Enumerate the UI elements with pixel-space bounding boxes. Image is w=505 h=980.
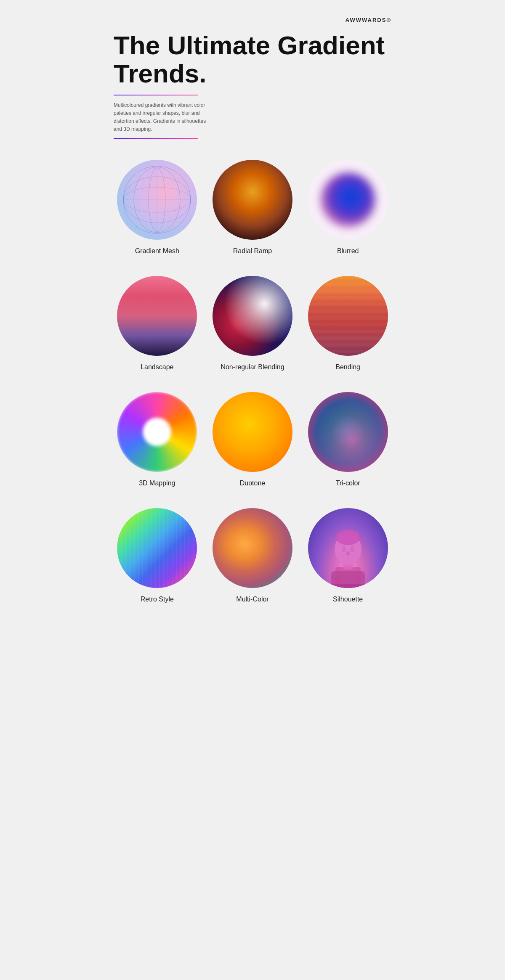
divider-bottom — [114, 138, 198, 139]
circle-retro-style — [117, 508, 197, 588]
circle-landscape — [117, 276, 197, 356]
item-gradient-mesh: Gradient Mesh — [114, 160, 201, 255]
circle-tri-color — [308, 392, 388, 472]
item-multi-color: Multi-Color — [209, 508, 296, 603]
label-silhouette: Silhouette — [333, 596, 363, 603]
circle-multi-color — [213, 508, 292, 588]
item-duotone: Duotone — [209, 392, 296, 487]
label-radial-ramp: Radial Ramp — [233, 247, 272, 255]
svg-point-5 — [342, 546, 346, 552]
item-retro-style: Retro Style — [114, 508, 201, 603]
circle-duotone — [213, 392, 292, 472]
svg-point-4 — [336, 530, 360, 545]
label-non-regular-blending: Non-regular Blending — [221, 363, 284, 371]
circle-non-regular-blending — [213, 276, 292, 356]
label-tri-color: Tri-color — [336, 479, 360, 487]
label-multi-color: Multi-Color — [236, 596, 268, 603]
circle-3d-mapping-wrap — [117, 392, 197, 472]
divider-top — [114, 95, 198, 95]
svg-point-7 — [346, 551, 350, 556]
svg-point-6 — [350, 546, 354, 552]
label-duotone: Duotone — [240, 479, 266, 487]
circle-blurred-inner — [321, 172, 375, 227]
item-blurred: Blurred — [304, 160, 391, 255]
brand-logo: AWWWARDS® — [346, 17, 391, 23]
label-gradient-mesh: Gradient Mesh — [135, 247, 179, 255]
label-bending: Bending — [335, 363, 360, 371]
item-silhouette: Silhouette — [304, 508, 391, 603]
item-tri-color: Tri-color — [304, 392, 391, 487]
item-radial-ramp: Radial Ramp — [209, 160, 296, 255]
circle-bending — [308, 276, 388, 356]
item-non-regular-blending: Non-regular Blending — [209, 276, 296, 371]
circle-blurred-wrap — [308, 160, 388, 240]
hero-title: The Ultimate Gradient Trends. — [114, 32, 391, 88]
label-landscape: Landscape — [141, 363, 173, 371]
circle-gradient-mesh — [117, 160, 197, 240]
circle-silhouette — [308, 508, 388, 588]
svg-rect-8 — [327, 584, 369, 588]
item-landscape: Landscape — [114, 276, 201, 371]
gradient-grid: Gradient Mesh Radial Ramp Blurred Landsc… — [114, 160, 391, 603]
label-retro-style: Retro Style — [141, 596, 174, 603]
circle-radial-ramp — [213, 160, 292, 240]
page: AWWWARDS® The Ultimate Gradient Trends. … — [88, 0, 417, 980]
label-3d-mapping: 3D Mapping — [139, 479, 175, 487]
item-3d-mapping: 3D Mapping — [114, 392, 201, 487]
hero-description: Multicoloured gradients with vibrant col… — [114, 101, 206, 134]
header: AWWWARDS® — [114, 17, 391, 23]
item-bending: Bending — [304, 276, 391, 371]
label-blurred: Blurred — [337, 247, 359, 255]
silhouette-bust-svg — [323, 521, 373, 588]
